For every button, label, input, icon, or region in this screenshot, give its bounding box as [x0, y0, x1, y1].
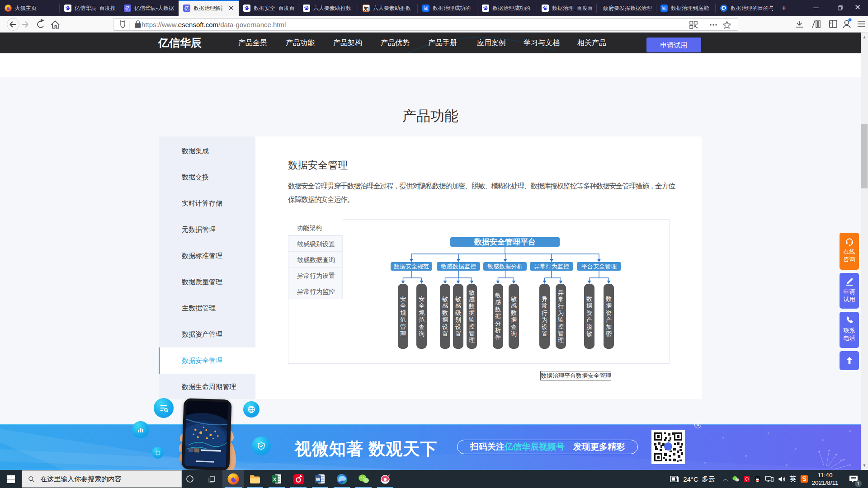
svg-text:W: W [316, 477, 321, 482]
svg-text:X: X [273, 477, 277, 482]
